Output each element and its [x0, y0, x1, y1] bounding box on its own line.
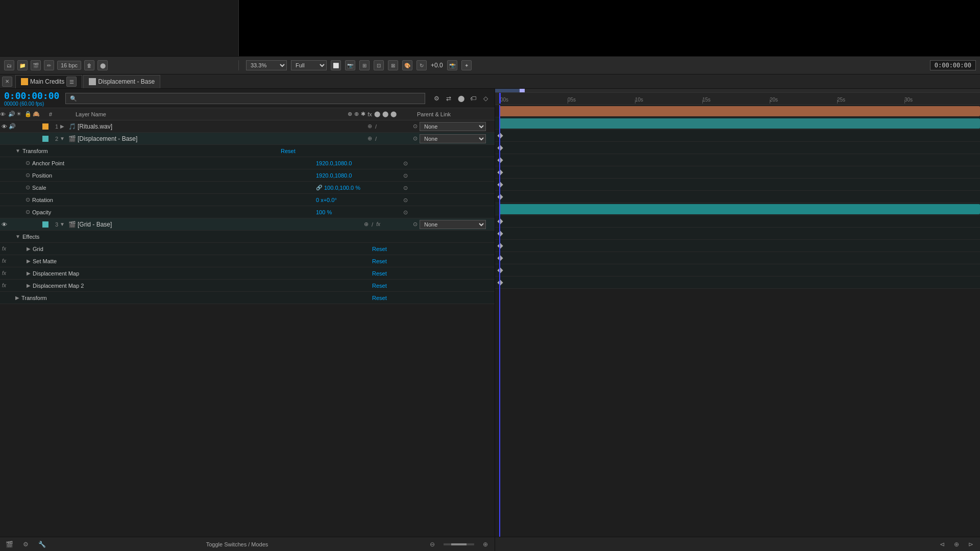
toggle-switches-label[interactable]: Toggle Switches / Modes	[53, 541, 421, 547]
transform3-group-row[interactable]: ▶ Transform Reset	[0, 292, 495, 304]
fx-label-disp2: fx	[0, 283, 8, 288]
tag-icon[interactable]: 🏷	[468, 93, 478, 104]
ruler-icon[interactable]: ⊠	[388, 60, 398, 70]
anchor-switch-1[interactable]: ⊕	[368, 123, 372, 130]
transform3-expand[interactable]: ▶ Transform	[0, 295, 61, 301]
position-value[interactable]: 1920.0,1080.0	[316, 172, 398, 179]
status-comp-icon[interactable]: 🎬	[4, 539, 14, 549]
parent-select-1[interactable]: None	[420, 122, 486, 131]
zoom-out-icon[interactable]: ⊖	[427, 539, 437, 549]
slash-switch-2[interactable]: /	[375, 136, 377, 142]
expand-3[interactable]: ▼	[58, 221, 66, 227]
draft-switch-icon[interactable]: ⇄	[444, 93, 454, 104]
kf-transform3	[497, 280, 503, 285]
tab-main-credits[interactable]: Main Credits ☰	[15, 75, 82, 88]
fx-switch-3[interactable]: fx	[376, 221, 380, 227]
switches-2: ⊕ /	[331, 135, 413, 142]
slash-switch-3[interactable]: /	[372, 221, 373, 228]
timeline-ruler[interactable]: 00s 05s 10s 15s 20s 25s 30s	[495, 93, 980, 105]
anchor-value[interactable]: 1920.0,1080.0	[316, 160, 398, 167]
track-row-1[interactable]	[495, 105, 980, 117]
timeline-scrub[interactable]	[495, 89, 980, 93]
track-row-2[interactable]	[495, 117, 980, 130]
toolbar-left: 🗂 📁 🎬 ✏ 16 bpc 🗑 ⬤	[4, 60, 239, 70]
disp-reset[interactable]: Reset	[331, 270, 413, 277]
layer-row-2[interactable]: 2 ▼ 🎬 [Displacement - Base] ⊕ / ⊙ None	[0, 133, 495, 145]
layer-row-1[interactable]: 👁 🔊 1 ▶ 🎵 [Rituals.wav] ⊕ / ⊙ None	[0, 120, 495, 133]
tab-displacement-base[interactable]: Displacement - Base	[83, 75, 160, 88]
status-settings-icon[interactable]: 🔧	[37, 539, 47, 549]
anchor-switch-2[interactable]: ⊕	[368, 135, 372, 142]
tab-menu-icon[interactable]: ☰	[66, 77, 77, 87]
parent-select-2[interactable]: None	[420, 134, 486, 143]
fit-icon[interactable]: ⬜	[331, 60, 341, 70]
kf-transform	[497, 133, 503, 138]
col-eye-icon: 👁	[0, 111, 8, 117]
comp-settings-icon[interactable]: ⚙	[431, 93, 442, 104]
track-row-3[interactable]	[495, 203, 980, 215]
color-picker[interactable]: 🎨	[402, 60, 412, 70]
bpc-button[interactable]: 16 bpc	[57, 61, 81, 70]
effects-group-row[interactable]: ▼ Effects	[0, 231, 495, 243]
transform-group-row[interactable]: ▼ Transform Reset	[0, 145, 495, 157]
timeline-search[interactable]	[65, 93, 425, 104]
disp2-reset[interactable]: Reset	[331, 282, 413, 289]
close-comp-icon[interactable]: ✕	[2, 77, 12, 87]
matte-indent: ▶ Set Matte	[8, 258, 110, 264]
rotation-value[interactable]: 0 x+0.0°	[316, 196, 398, 204]
anchor-switch-3[interactable]: ⊕	[364, 221, 369, 228]
matte-reset[interactable]: Reset	[331, 258, 413, 265]
toggle-icon[interactable]: ⬤	[97, 60, 108, 70]
grid-reset[interactable]: Reset	[331, 245, 413, 253]
pen-icon[interactable]: ✏	[44, 60, 54, 70]
position-stopwatch[interactable]: ⊙	[398, 172, 413, 179]
zoom-timeline-slider[interactable]: ⊕	[951, 539, 962, 549]
transform-expand[interactable]: ▼ Transform	[0, 148, 61, 154]
footage-icon[interactable]: 🎬	[31, 60, 41, 70]
camera-icon[interactable]: 📸	[447, 60, 457, 70]
go-start-icon[interactable]: ⊲	[937, 539, 947, 549]
scale-stopwatch[interactable]: ⊙	[398, 184, 413, 191]
fx-icon[interactable]: ✦	[461, 60, 472, 70]
transform3-reset[interactable]: Reset	[331, 294, 413, 302]
zoom-slider[interactable]	[444, 543, 474, 545]
track-sub-rotation	[495, 179, 980, 191]
scale-value[interactable]: 🔗 100.0,100.0 %	[316, 185, 398, 191]
scrub-handle[interactable]	[520, 89, 525, 92]
effects-group-expand[interactable]: ▼ Effects	[0, 234, 61, 240]
parent-select-3[interactable]: None	[420, 220, 486, 229]
parent-icon-3: ⊙	[413, 221, 418, 228]
comp-marker-icon[interactable]: ◇	[480, 93, 491, 104]
quality-select[interactable]: Full	[291, 60, 327, 70]
opacity-stopwatch[interactable]: ⊙	[398, 209, 413, 216]
transform-reset[interactable]: Reset	[61, 148, 495, 154]
trash-icon[interactable]: 🗑	[84, 60, 94, 70]
rotation-icon[interactable]: ↻	[416, 60, 427, 70]
snapshot-icon[interactable]: 📷	[345, 60, 355, 70]
tab-color-disp	[89, 78, 96, 85]
layer-row-3[interactable]: 👁 3 ▼ 🎬 [Grid - Base] ⊕ / fx ⊙	[0, 218, 495, 231]
expand-1[interactable]: ▶	[58, 123, 66, 129]
comp-icon-2: 🎬	[66, 135, 78, 142]
disp-map-row: fx ▶ Displacement Map Reset	[0, 267, 495, 280]
project-icon[interactable]: 🗂	[4, 60, 14, 70]
ruler-playhead	[499, 93, 501, 104]
timeline-timecode[interactable]: 0:00:00:00	[4, 90, 59, 101]
eye-icon-1[interactable]: 👁	[0, 123, 8, 130]
rotation-stopwatch[interactable]: ⊙	[398, 196, 413, 204]
grid-icon[interactable]: ⊞	[359, 60, 370, 70]
guides-icon[interactable]: ⊡	[374, 60, 384, 70]
expand-2[interactable]: ▼	[58, 136, 66, 141]
zoom-in-icon[interactable]: ⊕	[480, 539, 491, 549]
tab-color-main	[21, 78, 28, 85]
status-render-icon[interactable]: ⚙	[20, 539, 31, 549]
eye-icon-3[interactable]: 👁	[0, 221, 8, 228]
anchor-stopwatch[interactable]: ⊙	[398, 160, 413, 167]
folder-icon[interactable]: 📁	[17, 60, 28, 70]
opacity-value[interactable]: 100 %	[316, 209, 398, 216]
audio-icon-1[interactable]: 🔊	[8, 123, 16, 130]
go-end-icon[interactable]: ⊳	[966, 539, 976, 549]
motion-blur-icon[interactable]: ⬤	[456, 93, 466, 104]
slash-switch-1[interactable]: /	[375, 123, 377, 130]
zoom-select[interactable]: 33.3%	[246, 60, 287, 70]
